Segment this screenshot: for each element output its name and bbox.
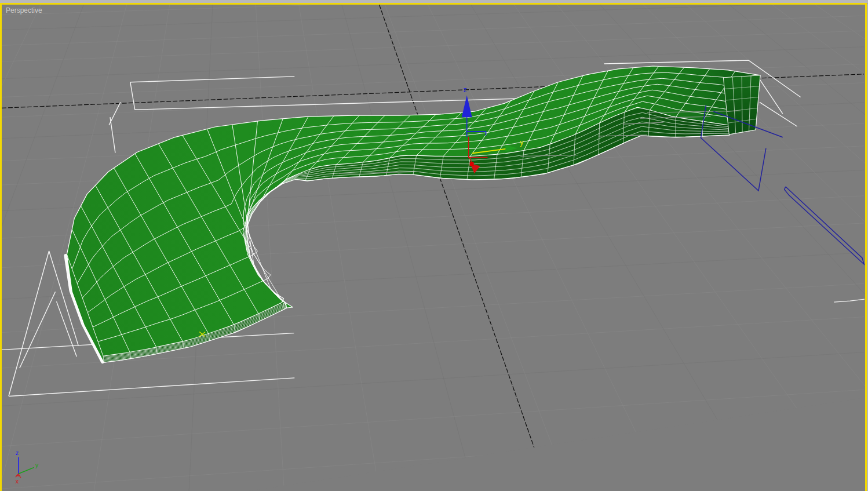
perspective-viewport[interactable]: zy zyx Perspective (0, 3, 867, 491)
tripod-y-axis (19, 467, 34, 474)
tripod-x-label: x (16, 478, 19, 485)
world-axis-tripod: zyx (16, 449, 39, 485)
app-window: zy zyx Perspective (0, 0, 868, 491)
tripod-y-label: y (35, 461, 39, 468)
gizmo-pivot-point (470, 162, 474, 166)
gizmo-z-label: z (464, 86, 467, 94)
grid-extent-edge (250, 398, 864, 491)
gizmo-y-label: y (520, 139, 523, 147)
viewport-scene: zy zyx (2, 5, 865, 491)
tripod-z-label: z (16, 449, 19, 456)
viewport-label[interactable]: Perspective (6, 6, 42, 14)
